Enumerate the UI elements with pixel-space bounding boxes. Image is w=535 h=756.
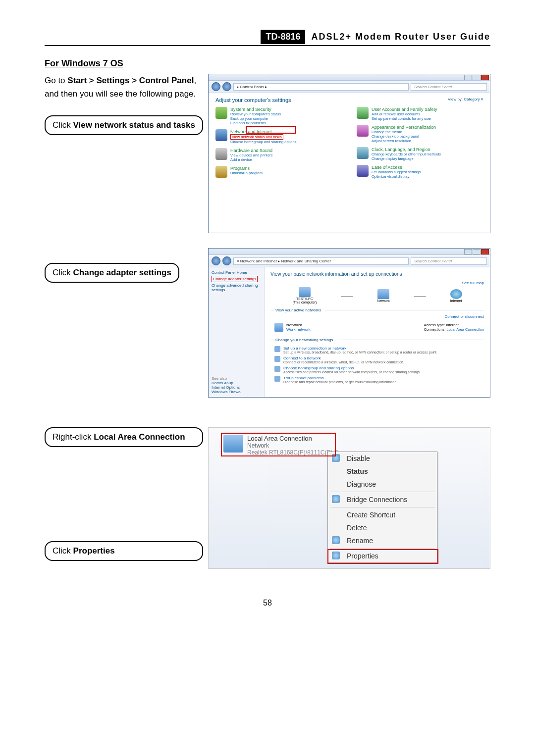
category-icon [215,129,227,141]
model-badge: TD-8816 [261,30,305,44]
change-advanced-link[interactable]: Change advanced sharing settings [212,283,261,292]
cp-category-item[interactable]: ProgramsUninstall a program [215,166,342,178]
titlebar [209,74,490,81]
category-icon [357,107,369,119]
category-title[interactable]: Ease of Access [372,165,421,170]
category-icon [357,125,369,137]
breadcrumb-path[interactable]: ▸ Control Panel ▸ [233,83,409,91]
category-sublink[interactable]: View network status and tasks [230,134,283,140]
ns-option[interactable]: Choose homegroup and sharing optionsAcce… [274,366,484,374]
menu-item-status[interactable]: Status [328,465,437,478]
back-button[interactable] [212,82,220,91]
cp-category-item[interactable]: Hardware and SoundView devices and print… [215,148,342,162]
network-type[interactable]: Work network [286,327,311,332]
callout-properties: Click Properties [45,541,203,561]
search-input[interactable]: Search Control Panel [411,83,487,91]
category-sublink[interactable]: Uninstall a program [230,171,263,175]
option-icon [274,346,280,352]
category-title[interactable]: Clock, Language, and Region [372,147,441,152]
category-icon [215,107,227,119]
view-active-legend: View your active networks [274,308,325,312]
cp-category-item[interactable]: System and SecurityReview your computer'… [215,107,342,125]
option-title[interactable]: Set up a new connection or network [283,346,437,351]
callout-change-adapter: Click Change adapter settings [45,263,179,283]
menu-item-diagnose[interactable]: Diagnose [328,478,437,491]
menu-item-create-shortcut[interactable]: Create Shortcut [328,508,437,521]
close-button[interactable] [481,75,489,80]
category-icon [215,166,227,178]
minimize-button[interactable] [464,249,472,254]
menu-item-bridge-connections[interactable]: Bridge Connections [328,493,437,506]
category-sublink[interactable]: Change the theme [372,130,436,134]
ns-option[interactable]: Connect to a networkConnect or reconnect… [274,356,484,364]
minimize-button[interactable] [464,75,472,80]
category-sublink[interactable]: Adjust screen resolution [372,139,436,143]
menu-separator [330,507,435,507]
category-sublink[interactable]: Optimize visual display [372,174,421,179]
category-title[interactable]: Programs [230,166,263,171]
titlebar [209,249,490,255]
see-also-label: See also [212,376,261,381]
cp-heading: Adjust your computer's settings [215,97,483,103]
sidebar-link[interactable]: HomeGroup [212,381,261,385]
cp-category-item[interactable]: Network and InternetView network status … [215,129,342,144]
category-sublink[interactable]: Set up parental controls for any user [372,116,437,121]
option-title[interactable]: Troubleshoot problems [283,376,397,380]
category-sublink[interactable]: Change keyboards or other input methods [372,152,441,156]
change-adapter-link[interactable]: Change adapter settings [212,276,258,282]
menu-separator [330,548,435,549]
sidebar-link[interactable]: Windows Firewall [212,390,261,394]
network-name: Network [286,323,311,327]
menu-separator [330,492,435,492]
line-icon: ——— [341,294,353,298]
ns-sidebar: Control Panel Home Change adapter settin… [209,267,265,397]
category-title[interactable]: Network and Internet [230,129,296,134]
category-title[interactable]: System and Security [230,107,281,112]
maximize-button[interactable] [473,249,481,254]
option-title[interactable]: Choose homegroup and sharing options [283,366,421,370]
category-icon [357,147,369,159]
category-icon [357,165,369,177]
see-full-map-link[interactable]: See full map [462,281,484,285]
category-sublink[interactable]: Find and fix problems [230,121,281,125]
category-sublink[interactable]: Change desktop background [372,134,436,139]
close-button[interactable] [481,249,489,254]
search-input[interactable]: Search Control Panel [411,257,487,265]
menu-item-disable[interactable]: Disable [328,452,437,465]
cp-category-item[interactable]: Appearance and PersonalizationChange the… [357,125,483,143]
category-sublink[interactable]: View devices and printers [230,153,272,157]
connect-disconnect-link[interactable]: Connect or disconnect [444,314,484,319]
category-sublink[interactable]: Review your computer's status [230,112,281,116]
forward-button[interactable] [222,256,231,265]
category-sublink[interactable]: Back up your computer [230,116,281,121]
category-sublink[interactable]: Choose homegroup and sharing options [230,140,296,144]
menu-item-rename[interactable]: Rename [328,534,437,547]
connection-icon [223,435,243,453]
option-description: Access files and printers located on oth… [283,370,421,374]
ns-option[interactable]: Troubleshoot problemsDiagnose and repair… [274,376,484,384]
category-title[interactable]: Appearance and Personalization [372,125,436,130]
category-icon [215,148,227,160]
category-sublink[interactable]: Let Windows suggest settings [372,170,421,174]
category-sublink[interactable]: Change display language [372,156,441,161]
category-title[interactable]: User Accounts and Family Safety [372,107,437,112]
page-header: TD-8816 ADSL2+ Modem Router User Guide [45,30,490,46]
cp-category-item[interactable]: User Accounts and Family SafetyAdd or re… [357,107,483,121]
connection-link[interactable]: Local Area Connection [447,327,484,332]
sidebar-home-link[interactable]: Control Panel Home [212,270,261,275]
ns-option[interactable]: Set up a new connection or networkSet up… [274,346,484,354]
category-sublink[interactable]: Add or remove user accounts [372,112,437,116]
sidebar-link[interactable]: Internet Options [212,385,261,390]
back-button[interactable] [212,256,220,265]
category-title[interactable]: Hardware and Sound [230,148,272,153]
view-by-dropdown[interactable]: View by: Category ▾ [448,97,483,101]
forward-button[interactable] [222,82,231,91]
menu-item-delete[interactable]: Delete [328,521,437,534]
maximize-button[interactable] [473,75,481,80]
menu-item-properties[interactable]: Properties [328,550,437,562]
cp-category-item[interactable]: Ease of AccessLet Windows suggest settin… [357,165,483,179]
option-title[interactable]: Connect to a network [283,356,404,360]
cp-category-item[interactable]: Clock, Language, and RegionChange keyboa… [357,147,483,161]
breadcrumb-path[interactable]: « Network and Internet ▸ Network and Sha… [233,257,409,265]
category-sublink[interactable]: Add a device [230,157,272,162]
